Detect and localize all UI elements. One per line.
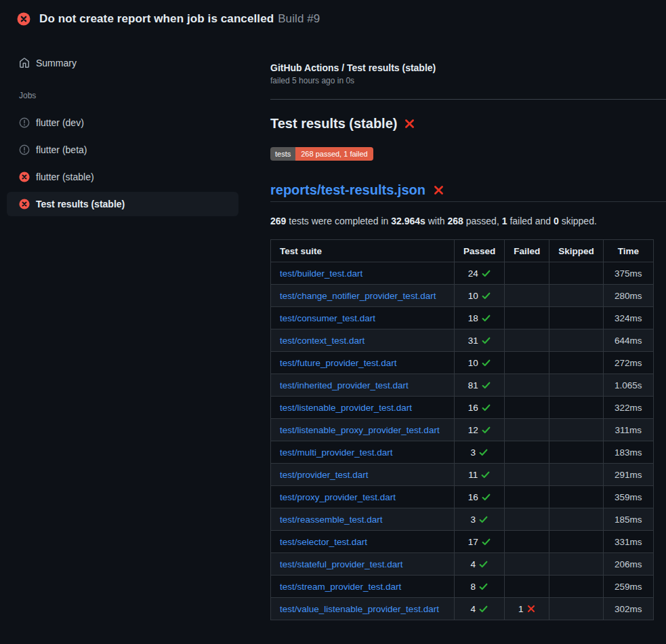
table-row: test/consumer_test.dart18324ms — [271, 307, 654, 329]
failed-cell — [505, 486, 549, 508]
sidebar-item-test-results-stable[interactable]: Test results (stable) — [7, 192, 238, 216]
summary-text: tests were completed in — [286, 216, 391, 226]
divider — [270, 99, 666, 100]
page-title: Do not create report when job is cancell… — [39, 12, 274, 25]
sidebar-item-summary[interactable]: Summary — [7, 52, 238, 75]
summary-number: 0 — [554, 216, 559, 226]
skipped-cell — [549, 352, 604, 374]
test-suite-cell: test/proxy_provider_test.dart — [271, 486, 455, 508]
test-suite-cell: test/value_listenable_provider_test.dart — [271, 598, 455, 620]
summary-text: failed and — [507, 216, 554, 226]
passed-cell: 31 — [455, 329, 505, 352]
job-label: flutter (dev) — [36, 117, 84, 128]
test-suite-cell: test/consumer_test.dart — [271, 307, 455, 329]
test-suite-link[interactable]: test/future_provider_test.dart — [280, 358, 397, 368]
table-row: test/provider_test.dart11291ms — [271, 464, 654, 486]
test-suite-link[interactable]: test/selector_test.dart — [280, 537, 367, 547]
check-icon — [481, 380, 491, 390]
summary-line: 269 tests were completed in 32.964s with… — [270, 216, 597, 226]
check-icon — [481, 403, 491, 413]
skipped-cell — [549, 508, 604, 531]
test-suite-cell: test/reassemble_test.dart — [271, 508, 455, 531]
test-suite-link[interactable]: test/stream_provider_test.dart — [280, 582, 401, 592]
time-cell: 375ms — [603, 262, 653, 285]
column-header-time: Time — [603, 240, 653, 262]
summary-number: 32.964s — [391, 216, 425, 226]
time-cell: 324ms — [603, 307, 653, 329]
summary-text: passed, — [463, 216, 502, 226]
test-suite-link[interactable]: test/change_notifier_provider_test.dart — [280, 291, 436, 301]
home-icon — [19, 58, 30, 68]
time-cell: 311ms — [603, 419, 653, 441]
test-suite-link[interactable]: test/inherited_provider_test.dart — [280, 380, 409, 390]
test-suite-cell: test/future_provider_test.dart — [271, 352, 455, 374]
test-suite-link[interactable]: test/consumer_test.dart — [280, 313, 375, 323]
test-suite-cell: test/listenable_provider_test.dart — [271, 397, 455, 419]
skipped-cell — [549, 262, 604, 285]
run-meta-text: failed 5 hours ago in 0s — [270, 76, 354, 85]
test-suite-link[interactable]: test/multi_provider_test.dart — [280, 447, 393, 458]
table-row: test/reassemble_test.dart3185ms — [271, 508, 654, 531]
check-icon — [481, 492, 491, 502]
x-icon — [526, 604, 536, 613]
time-cell: 280ms — [603, 285, 653, 307]
time-cell: 1.065s — [603, 374, 653, 397]
check-title-row: Test results (stable) — [270, 116, 415, 132]
table-header-row: Test suitePassedFailedSkippedTime — [271, 240, 654, 262]
failed-cell — [505, 285, 549, 307]
failed-cell — [505, 307, 549, 329]
run-header: Do not create report when job is cancell… — [0, 0, 666, 38]
test-suite-link[interactable]: test/value_listenable_provider_test.dart — [280, 604, 439, 614]
time-cell: 302ms — [603, 598, 653, 620]
passed-cell: 17 — [455, 531, 505, 553]
failed-cell — [505, 419, 549, 441]
report-file-link[interactable]: reports/test-results.json — [270, 182, 425, 198]
divider — [270, 201, 666, 202]
time-cell: 185ms — [603, 508, 653, 531]
table-row: test/listenable_proxy_provider_test.dart… — [271, 419, 654, 441]
time-cell: 259ms — [603, 576, 653, 598]
skipped-cell — [549, 598, 604, 620]
check-icon — [481, 336, 491, 346]
time-cell: 359ms — [603, 486, 653, 508]
check-icon — [478, 582, 488, 592]
check-suite-breadcrumb: GitHub Actions / Test results (stable) — [270, 62, 436, 73]
test-suite-link[interactable]: test/proxy_provider_test.dart — [280, 492, 396, 502]
failed-cell — [505, 374, 549, 397]
failed-cell — [505, 262, 549, 285]
column-header-test-suite: Test suite — [271, 240, 455, 262]
table-row: test/proxy_provider_test.dart16359ms — [271, 486, 654, 508]
test-suite-link[interactable]: test/context_test.dart — [280, 336, 365, 346]
report-title-row: reports/test-results.json — [270, 182, 444, 198]
test-suite-link[interactable]: test/listenable_provider_test.dart — [280, 403, 412, 413]
table-row: test/selector_test.dart17331ms — [271, 531, 654, 553]
column-header-failed: Failed — [505, 240, 549, 262]
sidebar-item-flutter-dev[interactable]: flutter (dev) — [7, 110, 238, 135]
failed-cell — [505, 352, 549, 374]
summary-number: 268 — [448, 216, 463, 226]
test-suite-link[interactable]: test/stateful_provider_test.dart — [280, 559, 403, 569]
sidebar-item-flutter-beta[interactable]: flutter (beta) — [7, 138, 238, 162]
time-cell: 206ms — [603, 553, 653, 576]
check-icon — [478, 604, 488, 614]
failed-cell: 1 — [505, 598, 549, 620]
test-suite-cell: test/change_notifier_provider_test.dart — [271, 285, 455, 307]
passed-cell: 3 — [455, 441, 505, 464]
test-suite-cell: test/multi_provider_test.dart — [271, 441, 455, 464]
failed-cell — [505, 397, 549, 419]
sidebar-item-flutter-stable[interactable]: flutter (stable) — [7, 165, 238, 189]
passed-cell: 3 — [455, 508, 505, 531]
time-cell: 291ms — [603, 464, 653, 486]
check-icon — [478, 447, 488, 458]
test-results-table: Test suitePassedFailedSkippedTime test/b… — [270, 239, 654, 620]
test-suite-link[interactable]: test/reassemble_test.dart — [280, 515, 383, 525]
sidebar-summary-label: Summary — [36, 58, 77, 68]
failed-cell — [505, 508, 549, 531]
check-icon — [481, 313, 491, 323]
table-row: test/listenable_provider_test.dart16322m… — [271, 397, 654, 419]
passed-cell: 8 — [455, 576, 505, 598]
test-suite-link[interactable]: test/listenable_proxy_provider_test.dart — [280, 425, 440, 435]
run-failed-icon — [17, 12, 30, 26]
test-suite-link[interactable]: test/provider_test.dart — [280, 470, 369, 480]
test-suite-link[interactable]: test/builder_test.dart — [280, 268, 362, 279]
